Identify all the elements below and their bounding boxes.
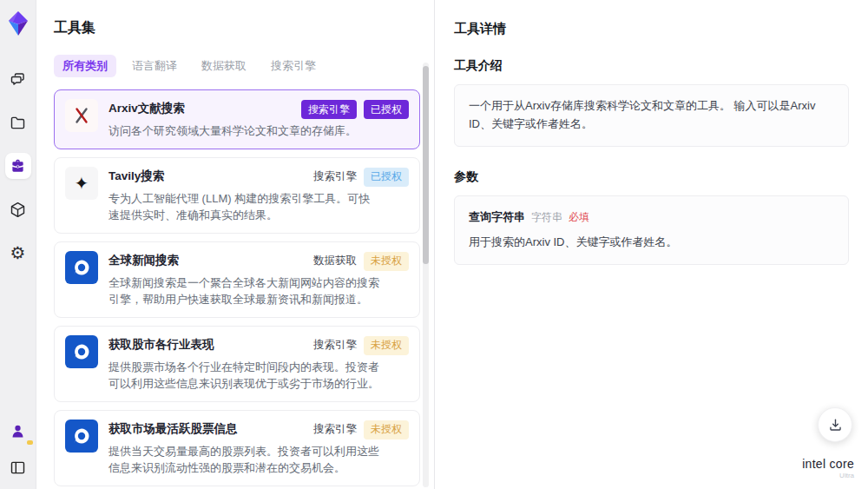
tab-all-categories[interactable]: 所有类别 (54, 55, 116, 77)
status-badge: 已授权 (364, 100, 409, 119)
param-type: 字符串 (531, 209, 562, 226)
tavily-star-icon: ✦ (65, 167, 98, 200)
icon-rail: ⚙ (0, 0, 36, 489)
tool-title: 获取股市各行业表现 (108, 335, 214, 354)
tool-list-panel: 工具集 所有类别 语言翻译 数据获取 搜索引擎 Arxiv文献搜索 (36, 0, 434, 489)
arxiv-logo-icon (65, 99, 98, 132)
status-badge: 未授权 (364, 336, 409, 355)
badges: 搜索引擎 已授权 (313, 167, 409, 187)
card-content: 获取股市各行业表现 搜索引擎 未授权 提供股票市场各个行业在特定时间段内的表现。… (108, 335, 409, 393)
folder-icon[interactable] (5, 109, 31, 135)
tool-card-tavily[interactable]: ✦ Tavily搜索 搜索引擎 已授权 专为人工智能代理 (LLM) 构建的搜索… (54, 157, 420, 234)
rail-bottom (5, 418, 31, 480)
tool-title: Arxiv文献搜索 (108, 99, 185, 117)
tool-description: 访问各个研究领域大量科学论文和文章的存储库。 (108, 122, 409, 140)
status-badge: 已授权 (364, 168, 409, 187)
category-tabs: 所有类别 语言翻译 数据获取 搜索引擎 (54, 55, 434, 77)
param-description: 用于搜索的Arxiv ID、关键字或作者姓名。 (469, 234, 834, 252)
tab-data-fetch[interactable]: 数据获取 (193, 55, 255, 77)
app-window: ⚙ 工具集 所有类别 语言翻译 数据 (0, 0, 868, 489)
app-logo-icon (7, 10, 30, 36)
brand-sub-text: Ultra (802, 472, 854, 480)
news-bubble-icon (65, 251, 98, 284)
status-badge: 未授权 (364, 252, 409, 271)
card-content: 获取市场最活跃股票信息 搜索引擎 未授权 提供当天交易量最高的股票列表。投资者可… (108, 420, 409, 477)
download-button[interactable] (818, 407, 852, 442)
intro-heading: 工具介绍 (454, 58, 849, 74)
tool-description: 提供当天交易量最高的股票列表。投资者可以利用这些信息来识别流动性强的股票和潜在的… (108, 443, 409, 477)
detail-title: 工具详情 (454, 21, 849, 37)
category-label: 搜索引擎 (313, 336, 357, 355)
tool-title: 全球新闻搜索 (108, 251, 179, 269)
intro-box: 一个用于从Arxiv存储库搜索科学论文和文章的工具。 输入可以是Arxiv ID… (454, 84, 849, 147)
param-head: 查询字符串 字符串 必填 (469, 208, 834, 227)
brand-text: intel core (802, 457, 854, 471)
intel-core-logo: intel core Ultra (802, 456, 854, 480)
download-icon (827, 417, 844, 433)
param-name: 查询字符串 (469, 208, 525, 227)
category-label: 数据获取 (313, 252, 357, 271)
card-content: Tavily搜索 搜索引擎 已授权 专为人工智能代理 (LLM) 构建的搜索引擎… (108, 167, 409, 224)
tab-search-engine[interactable]: 搜索引擎 (262, 55, 325, 77)
tool-description: 全球新闻搜索是一个聚合全球各大新闻网站内容的搜索引擎，帮助用户快速获取全球最新资… (108, 274, 409, 308)
badges: 搜索引擎 未授权 (313, 420, 409, 439)
tab-language-translation[interactable]: 语言翻译 (123, 55, 186, 77)
badges: 数据获取 未授权 (313, 251, 409, 271)
badges: 搜索引擎 已授权 (301, 99, 409, 119)
param-box: 查询字符串 字符串 必填 用于搜索的Arxiv ID、关键字或作者姓名。 (454, 195, 849, 266)
card-content: 全球新闻搜索 数据获取 未授权 全球新闻搜索是一个聚合全球各大新闻网站内容的搜索… (108, 251, 409, 308)
tool-card-arxiv[interactable]: Arxiv文献搜索 搜索引擎 已授权 访问各个研究领域大量科学论文和文章的存储库… (54, 89, 420, 149)
tool-card-list: Arxiv文献搜索 搜索引擎 已授权 访问各个研究领域大量科学论文和文章的存储库… (54, 89, 420, 489)
tool-card-most-active-stocks[interactable]: 获取市场最活跃股票信息 搜索引擎 未授权 提供当天交易量最高的股票列表。投资者可… (54, 410, 420, 486)
category-badge: 搜索引擎 (301, 100, 357, 119)
category-label: 搜索引擎 (313, 168, 357, 187)
settings-gear-icon[interactable]: ⚙ (5, 240, 31, 266)
cube-icon[interactable] (5, 196, 31, 222)
user-avatar-icon[interactable] (5, 418, 31, 444)
card-content: Arxiv文献搜索 搜索引擎 已授权 访问各个研究领域大量科学论文和文章的存储库… (108, 99, 409, 140)
badges: 搜索引擎 未授权 (313, 335, 409, 355)
intro-text: 一个用于从Arxiv存储库搜索科学论文和文章的工具。 输入可以是Arxiv ID… (469, 99, 815, 130)
news-bubble-icon (65, 420, 98, 453)
tool-description: 提供股票市场各个行业在特定时间段内的表现。投资者可以利用这些信息来识别表现优于或… (108, 359, 409, 393)
tool-detail-panel: 工具详情 工具介绍 一个用于从Arxiv存储库搜索科学论文和文章的工具。 输入可… (434, 0, 868, 489)
category-label: 搜索引擎 (313, 420, 357, 439)
params-heading: 参数 (454, 169, 849, 185)
tool-title: 获取市场最活跃股票信息 (108, 420, 238, 438)
toolbox-icon[interactable] (5, 153, 31, 179)
chat-icon[interactable] (5, 66, 31, 92)
news-bubble-icon (65, 335, 98, 368)
panel-toggle-icon[interactable] (5, 454, 31, 480)
page-title: 工具集 (54, 19, 434, 37)
tool-title: Tavily搜索 (108, 167, 164, 185)
rail-nav: ⚙ (5, 66, 31, 266)
tool-description: 专为人工智能代理 (LLM) 构建的搜索引擎工具。可快速提供实时、准确和真实的结… (108, 190, 409, 224)
scrollbar-thumb[interactable] (423, 66, 429, 264)
param-required-flag: 必填 (569, 209, 589, 226)
tool-card-sector-performance[interactable]: 获取股市各行业表现 搜索引擎 未授权 提供股票市场各个行业在特定时间段内的表现。… (54, 326, 420, 402)
tool-card-global-news[interactable]: 全球新闻搜索 数据获取 未授权 全球新闻搜索是一个聚合全球各大新闻网站内容的搜索… (54, 241, 420, 318)
user-status-dot (27, 440, 33, 445)
status-badge: 未授权 (364, 420, 409, 439)
